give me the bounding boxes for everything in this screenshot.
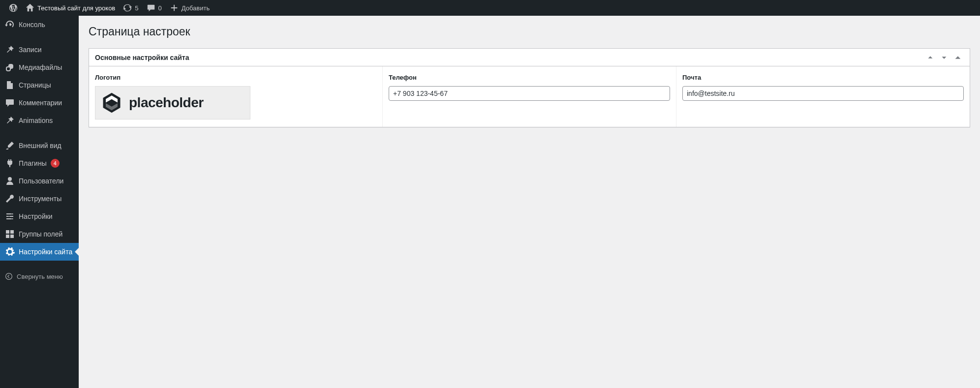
add-new-text: Добавить bbox=[182, 4, 210, 12]
pin-icon bbox=[5, 45, 15, 55]
sidebar-item-label: Группы полей bbox=[19, 230, 62, 238]
sidebar-item-label: Страницы bbox=[19, 81, 51, 89]
user-icon bbox=[5, 176, 15, 186]
caret-up-icon bbox=[953, 53, 962, 62]
panel-title: Основные настройки сайта bbox=[95, 54, 189, 61]
comments-link[interactable]: 0 bbox=[143, 0, 166, 16]
sidebar-collapse[interactable]: Свернуть меню bbox=[0, 268, 79, 285]
site-name-link[interactable]: Тестовый сайт для уроков bbox=[22, 0, 119, 16]
field-label: Телефон bbox=[389, 74, 670, 81]
field-label: Почта bbox=[682, 74, 964, 81]
pin-icon bbox=[5, 116, 15, 125]
sidebar-item-field-groups[interactable]: Группы полей bbox=[0, 225, 79, 243]
sidebar-item-appearance[interactable]: Внешний вид bbox=[0, 137, 79, 154]
wrench-icon bbox=[5, 194, 15, 204]
plus-icon bbox=[170, 3, 179, 12]
chevron-down-icon bbox=[940, 53, 949, 62]
plug-icon bbox=[5, 158, 15, 168]
comments-count: 0 bbox=[158, 4, 162, 12]
plugins-update-badge: 4 bbox=[51, 159, 60, 168]
sliders-icon bbox=[5, 211, 15, 221]
site-name-text: Тестовый сайт для уроков bbox=[37, 4, 115, 12]
collapse-icon bbox=[5, 272, 13, 280]
wp-logo[interactable] bbox=[5, 0, 22, 16]
comment-icon bbox=[147, 3, 155, 12]
sidebar-item-label: Настройки сайта bbox=[19, 248, 72, 256]
sidebar-item-media[interactable]: Медиафайлы bbox=[0, 59, 79, 76]
field-logo: Логотип placeholder bbox=[89, 66, 382, 127]
dashboard-icon bbox=[5, 20, 15, 30]
brush-icon bbox=[5, 141, 15, 150]
sidebar-item-label: Инструменты bbox=[19, 195, 61, 203]
sidebar-item-label: Пользователи bbox=[19, 177, 63, 185]
email-input[interactable] bbox=[682, 86, 964, 101]
sidebar-item-pages[interactable]: Страницы bbox=[0, 76, 79, 94]
refresh-icon bbox=[123, 3, 132, 12]
phone-input[interactable] bbox=[389, 86, 670, 101]
hexagon-icon bbox=[100, 91, 123, 114]
sidebar-item-plugins[interactable]: Плагины 4 bbox=[0, 154, 79, 172]
new-content-link[interactable]: Добавить bbox=[166, 0, 214, 16]
gear-icon bbox=[5, 247, 15, 257]
grid-icon bbox=[5, 229, 15, 239]
sidebar-item-label: Медиафайлы bbox=[19, 63, 62, 71]
sidebar-item-label: Комментарии bbox=[19, 99, 62, 107]
logo-image[interactable]: placeholder bbox=[95, 86, 250, 119]
sidebar-item-dashboard[interactable]: Консоль bbox=[0, 16, 79, 33]
sidebar-item-label: Animations bbox=[19, 117, 53, 124]
sidebar-item-label: Внешний вид bbox=[19, 142, 61, 149]
sidebar-item-comments[interactable]: Комментарии bbox=[0, 94, 79, 112]
field-email: Почта bbox=[676, 66, 970, 127]
svg-point-0 bbox=[6, 273, 12, 280]
sidebar-item-settings[interactable]: Настройки bbox=[0, 208, 79, 225]
settings-panel: Основные настройки сайта Логотип placeho… bbox=[89, 48, 970, 127]
comment-icon bbox=[5, 98, 15, 108]
panel-header: Основные настройки сайта bbox=[89, 49, 970, 66]
chevron-up-icon bbox=[926, 53, 935, 62]
sidebar-item-site-settings[interactable]: Настройки сайта bbox=[0, 243, 79, 261]
sidebar-item-animations[interactable]: Animations bbox=[0, 112, 79, 129]
admin-sidebar: Консоль Записи Медиафайлы Страницы Комме… bbox=[0, 16, 79, 388]
updates-link[interactable]: 5 bbox=[119, 0, 142, 16]
sidebar-item-label: Записи bbox=[19, 46, 41, 54]
page-icon bbox=[5, 80, 15, 90]
logo-placeholder-text: placeholder bbox=[129, 95, 204, 111]
sidebar-item-label: Настройки bbox=[19, 212, 53, 220]
collapse-label: Свернуть меню bbox=[17, 273, 63, 280]
panel-toggle[interactable] bbox=[952, 52, 964, 63]
sidebar-item-label: Консоль bbox=[19, 21, 45, 29]
panel-move-down[interactable] bbox=[938, 52, 950, 63]
sidebar-item-tools[interactable]: Инструменты bbox=[0, 190, 79, 208]
panel-body: Логотип placeholder Телефон Почта bbox=[89, 66, 970, 127]
panel-move-up[interactable] bbox=[924, 52, 936, 63]
field-label: Логотип bbox=[95, 74, 376, 81]
updates-count: 5 bbox=[135, 4, 138, 12]
admin-toolbar: Тестовый сайт для уроков 5 0 Добавить bbox=[0, 0, 980, 16]
page-title: Страница настроек bbox=[89, 21, 970, 48]
sidebar-item-label: Плагины bbox=[19, 159, 47, 167]
media-icon bbox=[5, 62, 15, 72]
sidebar-item-users[interactable]: Пользователи bbox=[0, 172, 79, 190]
home-icon bbox=[26, 3, 34, 12]
wordpress-icon bbox=[9, 3, 18, 12]
main-content: Страница настроек Основные настройки сай… bbox=[79, 16, 980, 388]
field-phone: Телефон bbox=[382, 66, 676, 127]
sidebar-item-posts[interactable]: Записи bbox=[0, 41, 79, 59]
